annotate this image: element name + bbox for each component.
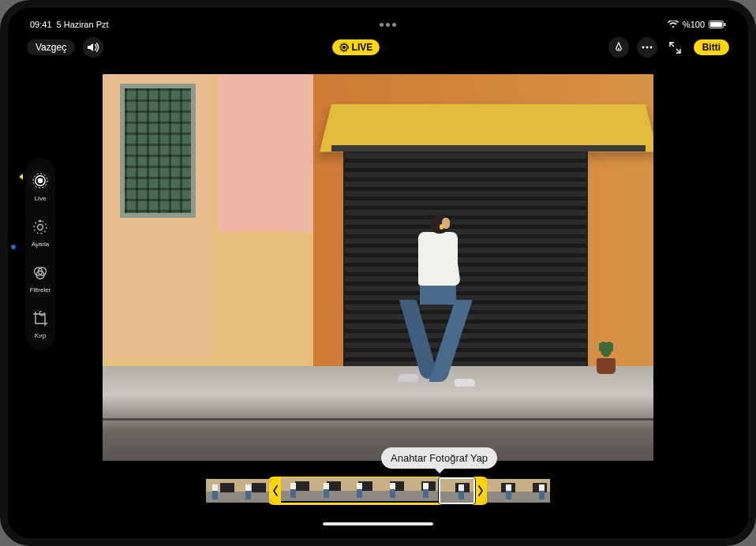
sidebar-item-label: Kırp [35,332,47,339]
ellipsis-icon [642,46,653,49]
filmstrip-frame[interactable] [518,479,550,503]
svg-point-9 [649,47,652,49]
sidebar-item-filters[interactable]: Filtreler [29,262,51,294]
trim-end-handle[interactable] [475,479,486,503]
battery-icon [709,21,726,28]
chevron-right-icon [478,485,483,496]
speaker-button[interactable] [83,37,103,58]
screen: 09:41 5 Haziran Pzt %100 Vazgeç [16,16,740,530]
live-mode-icon [32,172,49,189]
live-badge[interactable]: LIVE [332,39,380,55]
filmstrip-frame[interactable] [281,477,313,501]
crop-icon [32,310,49,327]
fullscreen-button[interactable] [665,37,686,58]
edit-mode-toolbar: Live Ayarla Filtreler Kırp [25,158,55,350]
speaker-icon [87,42,99,53]
svg-point-15 [39,219,41,222]
filmstrip-frame[interactable] [238,479,269,503]
filmstrip-frame[interactable] [487,479,518,503]
sidebar-item-label: Live [35,195,47,202]
svg-rect-2 [724,23,726,26]
filmstrip-key-frame[interactable] [439,477,475,504]
make-key-photo-button[interactable]: Anahtar Fotoğraf Yap [381,447,497,469]
filmstrip-frame[interactable] [407,477,439,501]
live-icon [339,43,349,52]
trim-range[interactable] [268,477,488,505]
svg-point-13 [34,221,47,234]
svg-point-8 [646,47,648,49]
svg-point-3 [342,46,345,49]
status-date: 5 Haziran Pzt [57,20,109,29]
svg-point-6 [618,48,619,50]
trim-start-handle[interactable] [270,479,281,503]
cancel-button[interactable]: Vazgeç [27,39,75,55]
battery-percent: %100 [683,20,705,29]
filmstrip-pre-frames [206,479,269,503]
filmstrip-trim-frames [281,477,475,504]
svg-rect-1 [710,22,722,27]
markup-icon [613,42,624,53]
adjust-icon [32,219,49,236]
home-indicator[interactable] [323,522,433,525]
photo-preview[interactable] [103,74,653,461]
markup-button[interactable] [608,37,629,58]
edit-bar: Vazgeç LIVE [16,35,740,60]
filters-icon [32,264,49,282]
filmstrip-frame[interactable] [344,477,376,501]
sidebar-item-live[interactable]: Live [28,169,52,202]
live-badge-label: LIVE [352,42,373,53]
sidebar-item-label: Ayarla [32,241,50,248]
more-button[interactable] [637,37,657,58]
svg-point-14 [38,225,43,230]
photo-subject-person [387,213,481,395]
status-time: 09:41 [30,20,52,29]
device-frame: 09:41 5 Haziran Pzt %100 Vazgeç [0,0,756,546]
chevron-left-icon [273,485,278,496]
multitasking-dots[interactable] [109,23,668,27]
sidebar-item-adjust[interactable]: Ayarla [29,216,51,248]
filmstrip-frame[interactable] [206,479,238,503]
wifi-icon [668,21,679,28]
filmstrip-frame[interactable] [313,477,344,501]
svg-point-10 [38,178,43,183]
live-photo-filmstrip[interactable] [206,475,550,507]
status-bar: 09:41 5 Haziran Pzt %100 [16,16,740,32]
sidebar-item-crop[interactable]: Kırp [29,308,51,339]
filmstrip-frame[interactable] [376,477,407,501]
fullscreen-icon [669,42,681,54]
done-button[interactable]: Bitti [694,39,729,55]
svg-point-7 [642,47,644,49]
filmstrip-post-frames [487,479,550,503]
photo-stage [103,65,653,470]
sidebar-item-label: Filtreler [30,286,51,294]
